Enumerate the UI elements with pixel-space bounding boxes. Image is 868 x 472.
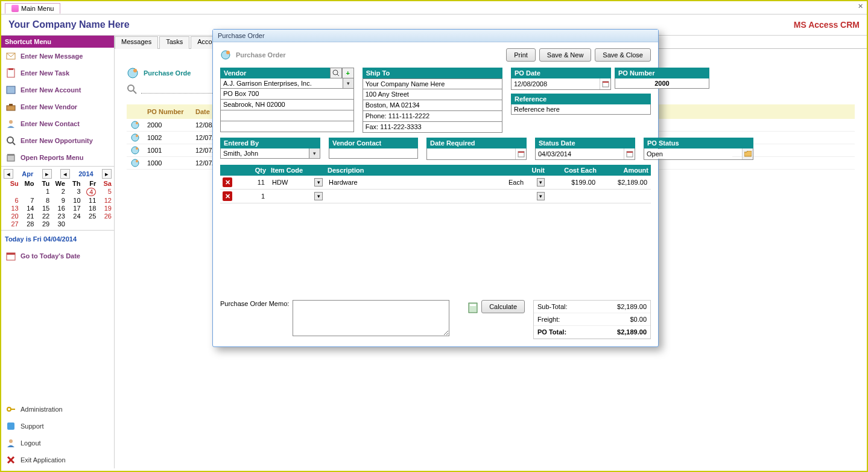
cal-year: 2014 xyxy=(78,170,93,177)
description-input[interactable] xyxy=(328,192,502,200)
unit-input[interactable] xyxy=(507,178,537,187)
cal-next-year[interactable]: ▸ xyxy=(102,169,112,179)
item-code-dropdown[interactable] xyxy=(314,178,323,187)
administration[interactable]: Administration xyxy=(1,401,114,418)
status-date-picker-icon[interactable] xyxy=(624,148,635,159)
tab-tasks[interactable]: Tasks xyxy=(159,36,189,49)
main-menu-tab[interactable]: Main Menu xyxy=(5,3,60,14)
calculate-button[interactable]: Calculate xyxy=(481,300,525,313)
cal-day[interactable]: 11 xyxy=(81,197,97,204)
save-close-button[interactable]: Save & Close xyxy=(595,48,651,62)
qty-input[interactable] xyxy=(236,178,266,187)
open-reports-menu[interactable]: Open Reports Menu xyxy=(1,149,114,166)
amount-input[interactable] xyxy=(601,192,648,200)
cal-day[interactable]: 18 xyxy=(81,205,97,212)
date-required-input[interactable] xyxy=(427,149,515,159)
cal-day[interactable]: 30 xyxy=(50,220,65,228)
svg-point-22 xyxy=(136,122,138,124)
memo-textarea[interactable] xyxy=(293,300,449,336)
print-button[interactable]: Print xyxy=(506,48,536,62)
status-date-input[interactable] xyxy=(536,149,624,159)
po-status-folder-icon[interactable] xyxy=(742,148,753,159)
item-code-input[interactable] xyxy=(271,178,314,187)
cal-day[interactable]: 15 xyxy=(34,205,49,212)
cal-day[interactable]: 13 xyxy=(4,205,19,212)
cal-day[interactable]: 29 xyxy=(34,220,49,228)
amount-input[interactable] xyxy=(601,178,648,187)
cal-weekday: Tu xyxy=(34,180,49,187)
cal-day[interactable]: 6 xyxy=(4,197,19,204)
cal-prev-year[interactable]: ◂ xyxy=(60,169,70,179)
vendor-name[interactable] xyxy=(220,78,343,89)
cal-weekday: Sa xyxy=(97,180,112,187)
cal-day[interactable]: 4 xyxy=(81,188,97,196)
tab-messages[interactable]: Messages xyxy=(115,36,158,49)
cal-day[interactable]: 10 xyxy=(66,197,81,204)
cal-day[interactable]: 7 xyxy=(19,197,34,204)
cal-day[interactable]: 3 xyxy=(66,188,81,196)
enter-new-task[interactable]: Enter New Task xyxy=(1,65,114,81)
vendor-add-button[interactable]: + xyxy=(342,68,354,78)
po-date-input[interactable] xyxy=(512,79,600,89)
goto-today[interactable]: Go to Today's Date xyxy=(1,247,114,264)
subtotal-label: Sub-Total: xyxy=(537,303,568,310)
cal-day[interactable]: 8 xyxy=(34,197,49,204)
description-input[interactable] xyxy=(328,178,502,187)
cal-day[interactable]: 27 xyxy=(4,220,19,228)
cal-day[interactable]: 5 xyxy=(97,188,112,196)
calculator-icon[interactable] xyxy=(468,302,478,313)
unit-dropdown[interactable] xyxy=(537,178,545,187)
form-icon xyxy=(11,5,19,12)
exit-application[interactable]: Exit Application xyxy=(1,451,114,468)
enter-new-message[interactable]: Enter New Message xyxy=(1,48,114,65)
cal-day[interactable]: 28 xyxy=(19,220,34,228)
delete-row-button[interactable]: ✕ xyxy=(223,177,232,187)
item-code-input[interactable] xyxy=(271,192,314,200)
cal-day[interactable]: 12 xyxy=(97,197,112,204)
enter-new-opportunity[interactable]: Enter New Opportunity xyxy=(1,132,114,149)
reference-input[interactable] xyxy=(512,104,650,114)
enter-new-account[interactable]: Enter New Account xyxy=(1,81,114,98)
po-status-input[interactable] xyxy=(644,149,732,159)
close-icon[interactable]: ✕ xyxy=(858,2,863,10)
save-new-button[interactable]: Save & New xyxy=(539,48,592,62)
item-code-dropdown[interactable] xyxy=(314,192,323,200)
unit-input[interactable] xyxy=(507,192,537,200)
cal-next-month[interactable]: ▸ xyxy=(42,169,52,179)
cal-day[interactable]: 14 xyxy=(19,205,34,212)
logout[interactable]: Logout xyxy=(1,435,114,451)
cal-day[interactable]: 16 xyxy=(50,205,65,212)
vendor-dropdown[interactable] xyxy=(343,78,354,89)
today-label: Today is Fri 04/04/2014 xyxy=(1,230,114,247)
cal-day[interactable]: 25 xyxy=(81,212,97,220)
support[interactable]: Support xyxy=(1,418,114,435)
entered-by-dropdown[interactable] xyxy=(309,148,320,159)
cal-day[interactable]: 19 xyxy=(97,205,112,212)
vendor-search-button[interactable] xyxy=(330,68,342,78)
cal-day[interactable]: 2 xyxy=(50,188,65,196)
entered-by-input[interactable] xyxy=(220,148,309,159)
cal-day xyxy=(4,188,19,196)
cal-day[interactable]: 23 xyxy=(50,212,65,220)
cal-day[interactable]: 26 xyxy=(97,212,112,220)
cost-input[interactable] xyxy=(550,178,597,187)
cal-day[interactable]: 17 xyxy=(66,205,81,212)
unit-dropdown[interactable] xyxy=(537,192,545,200)
delete-row-button[interactable]: ✕ xyxy=(223,191,232,201)
cal-day[interactable]: 20 xyxy=(4,212,19,220)
cal-day[interactable]: 24 xyxy=(66,212,81,220)
date-picker-icon[interactable] xyxy=(600,78,610,89)
cal-prev-month[interactable]: ◂ xyxy=(4,169,13,179)
account-icon xyxy=(6,85,16,95)
cost-input[interactable] xyxy=(550,192,597,200)
po-number-input[interactable] xyxy=(615,78,709,88)
cal-day[interactable]: 1 xyxy=(34,188,49,196)
cal-day[interactable]: 21 xyxy=(19,212,34,220)
date-required-picker-icon[interactable] xyxy=(515,148,526,159)
vendor-contact-input[interactable] xyxy=(329,148,417,158)
enter-new-contact[interactable]: Enter New Contact xyxy=(1,115,114,132)
cal-day[interactable]: 22 xyxy=(34,212,49,220)
enter-new-vendor[interactable]: Enter New Vendor xyxy=(1,98,114,115)
qty-input[interactable] xyxy=(236,192,266,200)
cal-day[interactable]: 9 xyxy=(50,197,65,204)
